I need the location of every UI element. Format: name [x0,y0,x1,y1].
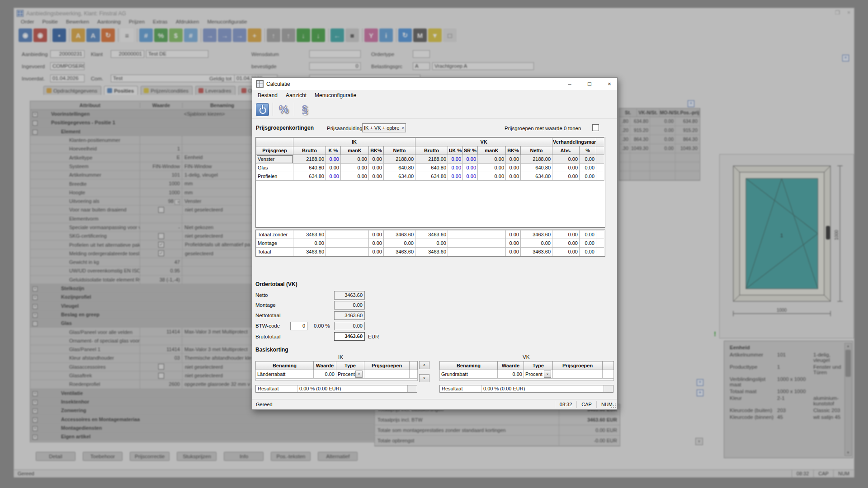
status-num: NUM [596,401,617,408]
korting-row[interactable]: Grundrabatt 0.00 Procent∨ [440,370,614,379]
section-title: Prijsgroepenkortingen [256,125,314,131]
status-caps: CAP [576,401,596,408]
totals-row: Totaal zonder 3463.60 0.00 3463.60 3463.… [256,230,604,239]
status-text: Gereed [252,402,555,407]
netto-label: Netto [255,292,268,298]
korting-header-row: Benaming Waarde Type Prijsgroepen [440,361,614,370]
minimize-icon[interactable]: – [562,78,577,90]
dialog-title: Calculatie [266,81,290,87]
table-row[interactable]: Glas 640.80 0.00 0.00 0.00 640.80 640.80… [256,164,604,172]
group-marge: Verhandelingsmarg [552,138,596,146]
netto-value: 3463.60 [334,291,365,300]
percent-icon[interactable]: % [277,103,290,116]
prijsaanduiding-label: Prijsaanduiding [327,126,363,131]
montage-label: Montage [255,302,276,308]
pricegroup-table: IK VK Verhandelingsmarg Prijsgroep Brutt… [255,137,605,228]
basiskorting-heading: Basiskorting [255,347,288,353]
show-zero-label: Prijsgroepen met waarde 0 tonen [505,126,581,131]
btw-code-field[interactable]: 0 [290,322,307,330]
ordertotaal-heading: Ordertotaal (VK) [255,281,297,287]
nettototaal-value: 3463.60 [334,311,365,320]
group-ik: IK [293,138,415,146]
calculatie-dialog: Calculatie – □ × BestandAanzichtMenuconf… [252,77,618,410]
group-header-row: IK VK Verhandelingsmarg [256,138,604,146]
type-value: Procent [525,371,542,377]
dialog-icon [256,80,264,88]
menu-item[interactable]: Aanzicht [282,91,310,99]
chevron-down-icon[interactable]: ∨ [544,371,551,378]
column-header-row: Prijsgroep Brutto K % manK BK% Netto Bru… [256,146,604,155]
resultaat-value: 0.00 % (0.00 EUR) [297,385,407,392]
totals-row: Montage 0.00 0.00 0.00 0.00 0.00 0.00 0.… [256,239,604,248]
bruto-label: Brutototaal [255,334,281,339]
menu-item[interactable]: Menuconfiguratie [311,91,360,99]
group-vk: VK [415,138,552,146]
totals-table: Totaal zonder 3463.60 0.00 3463.60 3463.… [255,230,605,257]
screen: Aanbiedingsbewerking, Klant: Finstral AG… [0,0,868,488]
vk-caption: VK [523,354,529,360]
table-row[interactable]: Venster 2188.00 0.00 0.00 0.00 2188.00 2… [256,155,604,164]
toolbar-separator [273,103,273,116]
type-value: Procent [338,371,355,377]
currency-label: EUR [368,334,379,339]
table-row[interactable]: Profielen 634.80 0.00 0.00 0.00 634.80 6… [256,172,604,181]
bruto-value: 3463.60 [334,332,365,341]
chevron-down-icon: ∨ [400,126,404,130]
prijsaanduiding-dropdown[interactable]: IK + VK + opbre ∨ [362,123,406,132]
nettototaal-label: Nettototaal [255,313,281,318]
scroll-up-icon[interactable]: ∧ [419,361,429,369]
scroll-down-icon[interactable]: ∨ [419,374,429,382]
paragraph-icon[interactable]: § [298,103,311,116]
dialog-statusbar: Gereed 08:32 CAP NUM [252,399,617,409]
resultaat-label: Resultaat [440,385,481,392]
resize-grip[interactable] [615,407,616,408]
btw-pct: 0.00 % [314,323,330,328]
korting-header-row: Benaming Waarde Type Prijsgroepen [256,361,418,370]
btw-label: BTW-code [255,323,280,328]
korting-row[interactable]: Länderrabatt 0.00 Procent∨ [256,370,418,379]
btw-amount: 0.00 [334,322,365,330]
dialog-toolbar: % § [252,100,617,119]
vk-resultaat-bar: Resultaat 0.00 % (0.00 EUR) [439,385,613,393]
dropdown-value: IK + VK + opbre [364,125,400,131]
resultaat-value: 0.00 % (0.00 EUR) [481,385,604,392]
ik-caption: IK [338,354,343,360]
toolbar-separator [294,103,294,116]
dialog-content: Prijsgroepenkortingen Prijsaanduiding IK… [252,118,617,399]
menu-item[interactable]: Bestand [254,91,281,99]
show-zero-checkbox[interactable] [592,124,599,131]
totals-row: Totaal 3463.60 0.00 3463.60 3463.60 0.00… [256,248,604,256]
ik-resultaat-bar: Resultaat 0.00 % (0.00 EUR) [255,385,417,393]
status-time: 08:32 [555,401,577,408]
close-icon[interactable]: × [602,78,617,90]
chevron-down-icon[interactable]: ∨ [355,371,363,378]
power-button-icon[interactable] [256,103,269,116]
montage-value: 0.00 [334,301,365,310]
maximize-icon[interactable]: □ [582,78,597,90]
dialog-menubar: BestandAanzichtMenuconfiguratie [254,90,360,100]
resultaat-label: Resultaat [256,385,297,392]
